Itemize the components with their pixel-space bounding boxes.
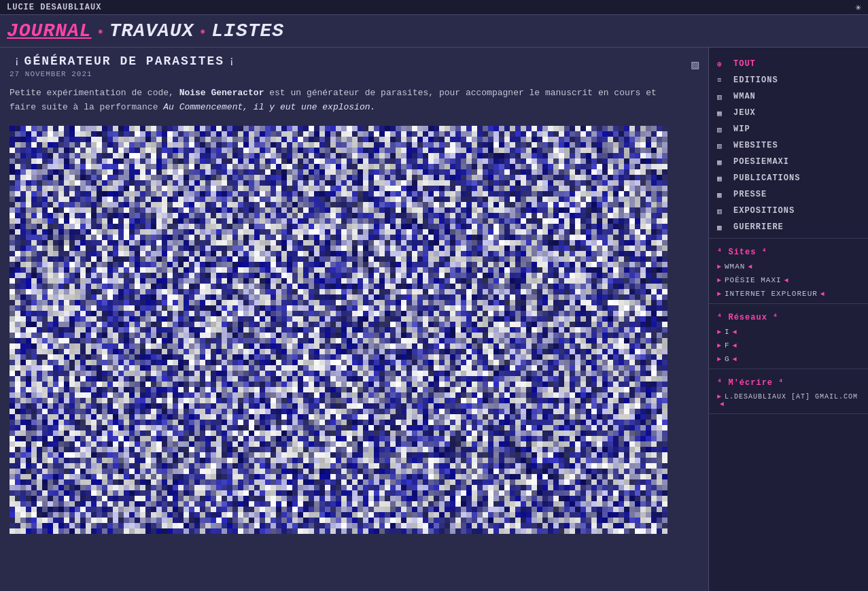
sidebar-link-internet-exploreur[interactable]: ► INTERNET EXPLOREUR ◄: [709, 287, 868, 301]
sidebar-link-i[interactable]: ► I ◄: [709, 325, 868, 339]
article-title: GÉNÉRATEUR DE PARASITES: [24, 54, 224, 68]
main-nav: JOURNAL ◉ TRAVAUX ◉ LISTES: [0, 15, 868, 48]
reseaux-section-label: ⁴ Réseaux ⁴: [709, 307, 868, 325]
article-italic: Au Commencement, il y eut une explosion.: [163, 102, 375, 112]
wip-icon: ▧: [717, 125, 729, 134]
content-wrapper: ¡ GÉNÉRATEUR DE PARASITES ¡ 27 NOVEMBER …: [0, 48, 868, 591]
sidebar-item-publications[interactable]: ▦ PUBLICATIONS: [709, 170, 868, 186]
poesie-arrow-right: ◄: [784, 277, 789, 284]
sidebar-item-wip[interactable]: ▧ WIP: [709, 121, 868, 137]
site-name: LUCIE DESAUBLIAUX: [7, 3, 101, 12]
sidebar-link-poesie-maxi[interactable]: ► POÉSIE MAXI ◄: [709, 273, 868, 287]
f-arrow-right: ◄: [733, 342, 737, 350]
g-arrow-right: ◄: [733, 356, 737, 363]
sidebar-item-wman[interactable]: ▥ WMAN: [709, 88, 868, 105]
editions-icon: ≡: [717, 76, 729, 84]
i-arrow-right: ◄: [733, 328, 737, 336]
main-content[interactable]: ¡ GÉNÉRATEUR DE PARASITES ¡ 27 NOVEMBER …: [0, 48, 708, 591]
article-body: Petite expérimentation de code, Noise Ge…: [0, 78, 666, 123]
article-code: Noise Generactor: [179, 88, 264, 98]
email-arrow: ►: [717, 393, 722, 401]
f-arrow: ►: [717, 342, 722, 350]
sidebar-mecrire-section: ⁴ M'écrire ⁴ ► L.DESAUBLIAUX [AT] GMAIL.…: [709, 369, 868, 414]
wman-arrow-right: ◄: [748, 263, 752, 271]
sidebar-sites-section: ⁴ Sites ⁴ ► WMAN ◄ ► POÉSIE MAXI ◄ ► INT…: [709, 239, 868, 304]
expositions-icon: ▥: [717, 207, 729, 216]
websites-icon: ▨: [717, 141, 729, 150]
nav-travaux[interactable]: TRAVAUX: [109, 20, 194, 41]
wman-icon: ▥: [717, 92, 729, 101]
ie-arrow: ►: [717, 290, 722, 298]
sidebar-item-tout[interactable]: ⊕ TOUT: [709, 56, 868, 72]
top-icon: ✳: [856, 1, 861, 13]
nav-listes[interactable]: LISTES: [211, 20, 284, 41]
sidebar-link-g[interactable]: ► G ◄: [709, 352, 868, 366]
email-arrow-right: ◄: [720, 401, 725, 408]
sidebar-link-email[interactable]: ► L.DESAUBLIAUX [AT] GMAIL.COM ◄: [709, 390, 868, 411]
sidebar-link-wman[interactable]: ► WMAN ◄: [709, 260, 868, 273]
article-date: 27 NOVEMBER 2021: [10, 70, 239, 78]
poesiemaxi-icon: ▩: [717, 158, 729, 167]
article-expand-icon[interactable]: ▨: [691, 57, 699, 72]
g-arrow: ►: [717, 356, 722, 363]
title-deco-right: ¡: [228, 55, 235, 67]
sidebar-reseaux-section: ⁴ Réseaux ⁴ ► I ◄ ► F ◄ ► G ◄: [709, 304, 868, 369]
presse-icon: ▩: [717, 190, 729, 199]
article-header: ¡ GÉNÉRATEUR DE PARASITES ¡ 27 NOVEMBER …: [0, 48, 708, 78]
sidebar-item-guerriere[interactable]: ▩ GUERRIERE: [709, 219, 868, 235]
sidebar-item-poesiemaxi[interactable]: ▩ POESIEMAXI: [709, 154, 868, 170]
sidebar-item-presse[interactable]: ▩ PRESSE: [709, 186, 868, 203]
jeux-icon: ▦: [717, 109, 729, 118]
sidebar-nav-section: ⊕ TOUT ≡ EDITIONS ▥ WMAN ▦ JEUX ▧ WIP ▨ …: [709, 53, 868, 239]
sites-section-label: ⁴ Sites ⁴: [709, 241, 868, 260]
poesie-arrow: ►: [717, 277, 722, 284]
sidebar-item-websites[interactable]: ▨ WEBSITES: [709, 137, 868, 154]
wman-arrow: ►: [717, 263, 722, 271]
top-bar: LUCIE DESAUBLIAUX ✳: [0, 0, 868, 15]
sidebar-item-editions[interactable]: ≡ EDITIONS: [709, 72, 868, 88]
mecrire-section-label: ⁴ M'écrire ⁴: [709, 372, 868, 390]
nav-dot-1: ◉: [99, 27, 103, 35]
sidebar-item-expositions[interactable]: ▥ EXPOSITIONS: [709, 203, 868, 219]
ie-arrow-right: ◄: [820, 290, 825, 298]
i-arrow: ►: [717, 328, 722, 336]
article-body-part1: Petite expérimentation de code,: [10, 88, 179, 98]
sidebar-link-f[interactable]: ► F ◄: [709, 339, 868, 352]
guerriere-icon: ▩: [717, 223, 729, 232]
noise-container: [10, 126, 667, 534]
article-title-block: ¡ GÉNÉRATEUR DE PARASITES ¡ 27 NOVEMBER …: [10, 54, 239, 78]
sidebar-item-jeux[interactable]: ▦ JEUX: [709, 105, 868, 121]
publications-icon: ▦: [717, 174, 729, 183]
tout-icon: ⊕: [717, 60, 729, 69]
nav-journal[interactable]: JOURNAL: [7, 20, 92, 41]
nav-dot-2: ◉: [201, 27, 205, 35]
sidebar: ⊕ TOUT ≡ EDITIONS ▥ WMAN ▦ JEUX ▧ WIP ▨ …: [708, 48, 868, 591]
title-deco-left: ¡: [14, 55, 20, 67]
noise-canvas: [10, 126, 667, 534]
